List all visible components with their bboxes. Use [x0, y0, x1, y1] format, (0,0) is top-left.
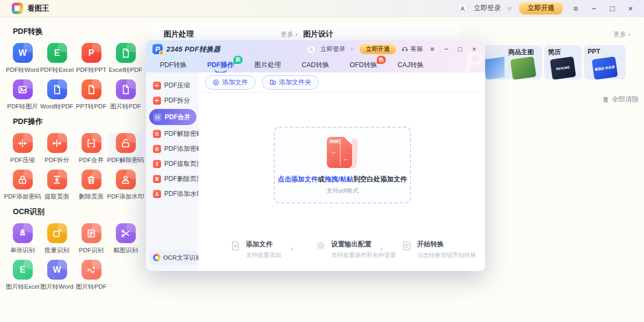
sidebar-item-PDF删除页面[interactable]: PDF删除页面 — [146, 171, 199, 186]
letter-icon: E — [47, 43, 67, 63]
tool-Excel转PDF[interactable]: Excel转PDF — [108, 43, 143, 75]
trash-icon — [602, 96, 609, 103]
dialog-close-button[interactable]: × — [470, 45, 479, 53]
rocket-icon — [13, 223, 33, 243]
login-link[interactable]: 立即登录 — [474, 4, 501, 13]
sidebar-item-PDF添加水印[interactable]: PDF添加水印 — [146, 186, 199, 201]
batch-icon — [47, 223, 67, 243]
tool-PDF转Excel[interactable]: EPDF转Excel — [40, 43, 74, 75]
dialog-user-avatar[interactable] — [307, 45, 316, 54]
tool-Word转PDF[interactable]: Word转PDF — [40, 79, 74, 112]
tool-label: PDF解除密码 — [107, 156, 144, 164]
more-link-processing[interactable]: 更多 › — [281, 30, 297, 39]
tool-label: 批量识别 — [45, 246, 69, 254]
user-avatar[interactable] — [458, 4, 467, 13]
maximize-button[interactable]: □ — [606, 4, 618, 13]
dialog-brand: 2345 PDF转换器 — [166, 45, 221, 54]
menu-icon[interactable]: ≡ — [570, 4, 582, 13]
sidebar-item-PDF添加密码[interactable]: PDF添加密码 — [146, 141, 199, 156]
add-folder-button[interactable]: 添加文件夹 — [262, 75, 319, 90]
tab-OFD转换[interactable]: OFD转换热 — [349, 61, 377, 70]
tab-CAD转换[interactable]: CAD转换 — [302, 61, 329, 70]
tool-截图识别[interactable]: 截图识别 — [108, 223, 143, 255]
split-icon — [47, 133, 67, 153]
tab-PDF操作[interactable]: PDF操作新 — [207, 61, 234, 70]
dialog-maximize-button[interactable]: □ — [456, 45, 465, 53]
sidebar-item-PDF拆分[interactable]: PDF拆分 — [146, 93, 199, 108]
tool-label: PDF拆分 — [45, 156, 69, 164]
tool-删除页面[interactable]: 删除页面 — [74, 170, 108, 202]
dialog-upgrade-button[interactable]: 立即开通 — [359, 43, 397, 55]
minimize-button[interactable]: − — [588, 4, 600, 13]
upgrade-button[interactable]: 立即开通 — [518, 2, 564, 15]
tab-label: CAD转换 — [302, 61, 329, 69]
tool-label: Word转PDF — [40, 103, 74, 111]
tool-PDF解除密码[interactable]: PDF解除密码 — [108, 133, 143, 165]
tool-PDF拆分[interactable]: PDF拆分 — [40, 133, 74, 165]
panel-section-title: OCR识别 — [13, 207, 146, 217]
more-link-design[interactable]: 更多 › — [613, 30, 630, 39]
sidebar-item-PDF解除密码[interactable]: PDF解除密码 — [146, 126, 199, 141]
design-template-tile[interactable]: 商品主图 — [504, 45, 542, 79]
dropzone-text-segment: 拖拽/粘贴 — [325, 175, 353, 183]
tab-PDF转换[interactable]: PDF转换 — [160, 61, 187, 70]
sidebar-item-PDF合并[interactable]: PDF合并 — [149, 109, 196, 125]
dialog-titlebar: P 2345 PDF转换器 立即登录 ♥ 立即开通 客服 ≡ − □ × — [146, 40, 485, 58]
sidebar-item-PDF压缩[interactable]: PDF压缩 — [146, 78, 199, 93]
tool-图片转PDF[interactable]: 图片转PDF — [108, 79, 143, 112]
file-dropzone[interactable]: PDF → ← 点击添加文件或拖拽/粘贴到空白处添加文件 支持pdf格式 — [274, 127, 411, 203]
support-button[interactable]: 客服 — [401, 45, 423, 53]
tool-label: PDF合并 — [79, 156, 104, 164]
sidebar-item-PDF提取页面[interactable]: PDF提取页面 — [146, 156, 199, 171]
section-image-design: 图片设计 — [303, 30, 333, 39]
step-arrow-icon: › — [380, 244, 383, 253]
tool-单张识别[interactable]: 单张识别 — [5, 223, 40, 255]
vip-heart-icon: ♥ — [350, 46, 354, 53]
dialog-menu-icon[interactable]: ≡ — [428, 45, 437, 53]
clear-all-button[interactable]: 全部清除 — [602, 95, 639, 104]
step-arrow-icon: › — [291, 244, 294, 253]
add-file-button[interactable]: 添加文件 — [205, 75, 255, 90]
tool-图片转PDF[interactable]: 图片转PDF — [74, 260, 108, 292]
person-icon — [459, 5, 466, 12]
tool-PDF转图片[interactable]: PDF转图片 — [5, 79, 40, 112]
tab-图片处理[interactable]: 图片处理 — [254, 61, 281, 70]
ocr-color-icon — [153, 254, 160, 261]
tool-提取页面[interactable]: 提取页面 — [40, 170, 74, 202]
tool-label: PDF添加水印 — [107, 193, 144, 201]
tool-PDF转PPT[interactable]: PPDF转PPT — [74, 43, 108, 75]
letter-icon: E — [13, 260, 33, 280]
design-template-tile[interactable]: PPT就现在 向未来 — [584, 45, 626, 79]
tool-PPT转PDF[interactable]: PPT转PDF — [74, 79, 108, 112]
tool-PDF合并[interactable]: PDF合并 — [74, 133, 108, 165]
tile-label: PPT — [588, 48, 622, 55]
tool-label: PDF添加密码 — [4, 193, 41, 201]
fileplus-icon — [230, 240, 241, 252]
tool-图片转Word[interactable]: W图片转Word — [40, 260, 74, 292]
sidebar-item-ocr[interactable]: OCR文字识别 — [150, 250, 197, 265]
tool-PDF添加水印[interactable]: PDF添加水印 — [108, 170, 143, 202]
tab-CAJ转换[interactable]: CAJ转换 — [398, 61, 424, 70]
dialog-minimize-button[interactable]: − — [442, 45, 451, 53]
step-title: 开始转换 — [417, 240, 476, 249]
design-template-tile[interactable]: 简历RESUME — [544, 45, 582, 79]
tool-label: PDF转Excel — [40, 66, 74, 74]
pdf-icon — [116, 43, 136, 63]
workflow-steps: 添加文件支持批量添加›设置输出配置支持批量操作和各种设置›开始转换点击转换按钮开… — [199, 240, 485, 262]
tool-批量识别[interactable]: 批量识别 — [40, 223, 74, 255]
step-desc: 支持批量操作和各种设置 — [331, 251, 396, 259]
close-button[interactable]: × — [625, 4, 636, 13]
dialog-login-link[interactable]: 立即登录 — [320, 45, 345, 53]
tool-PDF添加密码[interactable]: PDF添加密码 — [5, 170, 40, 202]
tool-PDF识别[interactable]: PDF识别 — [74, 223, 108, 255]
tool-PDF转Word[interactable]: WPDF转Word — [5, 43, 40, 75]
scissors-icon — [116, 223, 136, 243]
tool-PDF压缩[interactable]: PDF压缩 — [5, 133, 40, 165]
tools-panel: PDF转换WPDF转WordEPDF转ExcelPPDF转PPTExcel转PD… — [5, 21, 146, 292]
trash-icon — [153, 175, 161, 183]
unlock-icon — [153, 130, 161, 138]
tool-图片转Excel[interactable]: E图片转Excel — [5, 260, 40, 292]
tool-label: 删除页面 — [79, 193, 104, 201]
image-icon — [13, 79, 33, 99]
vip-heart-icon[interactable]: ♥ — [507, 4, 512, 12]
